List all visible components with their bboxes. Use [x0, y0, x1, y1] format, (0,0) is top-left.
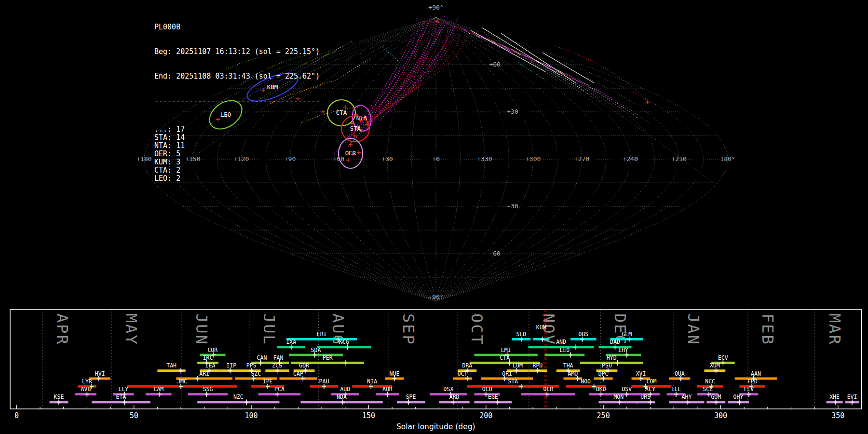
- meteor-trail: [381, 33, 459, 113]
- meteor-trail: [485, 40, 615, 108]
- shower-label-sld: SLD: [516, 331, 526, 338]
- shower-label-oct: OCT: [458, 370, 468, 377]
- shower-label-avb: AVB: [81, 386, 91, 393]
- shower-label-lmi: LMI: [501, 347, 511, 353]
- meteor-trail: [469, 33, 592, 97]
- longitude-label: +60: [333, 155, 344, 163]
- shower-label-lum: LUM: [513, 362, 523, 369]
- shower-label-dad: DAD: [610, 339, 620, 345]
- shower-label-aud: AUD: [340, 386, 350, 393]
- shower-label-sda: SDA: [311, 347, 321, 353]
- month-label-mar: MAR: [826, 313, 844, 346]
- longitude-label: +210: [672, 155, 687, 163]
- shower-label-eta: ETA: [116, 393, 126, 400]
- x-tick-label: 150: [362, 411, 375, 420]
- x-axis-title: Solar longitude (deg): [396, 422, 475, 431]
- meteor-trail: [333, 58, 371, 82]
- shower-label-per: PER: [323, 354, 333, 361]
- shower-peak-tah: [179, 368, 183, 373]
- shower-label-cap: CAP: [293, 370, 303, 377]
- shower-label-nda: NDA: [337, 393, 347, 400]
- radiant-mark: [343, 105, 347, 109]
- meteor-trail: [500, 47, 638, 118]
- shower-label-dkd: DKD: [596, 386, 606, 393]
- shower-label-ile: ILE: [671, 386, 681, 393]
- shower-bar-nzc: [197, 401, 279, 403]
- shower-label-eri: ERI: [317, 331, 327, 338]
- shower-bar-ori: [481, 378, 533, 380]
- latitude-label: -60: [489, 250, 500, 257]
- shower-bar-cap: [280, 378, 317, 380]
- shower-label-zcs: ZCS: [272, 362, 282, 369]
- month-label-apr: APR: [53, 313, 71, 346]
- shower-bar-spe: [397, 401, 425, 403]
- sky-map-plot: KUMLEOCTANTASTAOER+180+150+120+90+60+30+…: [0, 0, 868, 309]
- shower-label-ehy: EHY: [618, 347, 628, 353]
- meteor-trail: [380, 16, 445, 121]
- shower-label-obs: OBS: [578, 331, 588, 338]
- activity-timeline-plot: APRMAYJUNJULAUGSEPOCTNOVDECJANFEBMARERIS…: [0, 309, 868, 434]
- shower-count-other: ...: 17: [154, 125, 320, 134]
- shower-label-ori: ORI: [502, 370, 512, 377]
- shower-peak-per: [343, 360, 347, 366]
- meteor-streak: [501, 33, 576, 83]
- shower-label-ssg: SSG: [203, 386, 213, 393]
- shower-label-nue: NUE: [390, 370, 400, 377]
- shower-label-gdr: GDR: [299, 362, 309, 369]
- longitude-label: 180°: [720, 155, 735, 163]
- meteor-trail: [555, 46, 648, 102]
- shower-label-sta: STA: [508, 378, 518, 385]
- shower-count-cta: CTA: 2: [154, 166, 320, 175]
- meteor-trail: [461, 30, 580, 92]
- shower-label-kcg: KCG: [339, 339, 349, 345]
- shower-label-aly: ALY: [645, 386, 655, 393]
- longitude-label: +330: [477, 155, 492, 163]
- shower-label-ixa: IXA: [286, 339, 296, 345]
- meteor-trail: [477, 37, 603, 102]
- radiant-mark: [435, 19, 439, 23]
- meteor-trail: [388, 20, 451, 112]
- info-panel: PL000B Beg: 20251107 16:13:12 (sol = 225…: [154, 7, 320, 199]
- shower-label-rpu: RPU: [532, 362, 542, 369]
- shower-label-ncc: NCC: [705, 378, 715, 385]
- shower-label-pau: PAU: [319, 378, 329, 385]
- x-tick-label: 300: [714, 411, 727, 420]
- shower-label-ely: ELY: [118, 386, 128, 393]
- meteor-trail: [347, 21, 430, 139]
- month-label-may: MAY: [122, 313, 140, 346]
- month-label-feb: FEB: [759, 313, 777, 346]
- shower-label-ohy: OHY: [733, 393, 744, 400]
- shower-peak-sta: [519, 384, 523, 389]
- shower-label-tah: TAH: [166, 362, 176, 369]
- shower-peak-noo: [592, 384, 596, 389]
- shower-peak-nzc: [244, 399, 248, 405]
- x-tick-label: 200: [479, 411, 492, 420]
- shower-label-xvi: XVI: [636, 370, 646, 377]
- shower-label-ecv: ECV: [718, 354, 728, 361]
- meteor-trail: [381, 46, 400, 63]
- shower-label-ari: ARI: [199, 370, 209, 377]
- shower-bar-ege: [474, 401, 512, 403]
- shower-label-amo: AMO: [568, 370, 578, 377]
- radiant-mark: [646, 100, 650, 104]
- shower-label-ard: ARD: [449, 393, 460, 400]
- longitude-label: +180: [136, 155, 151, 163]
- shower-label-oer: OER: [543, 386, 553, 393]
- radiant-label-cta: CTA: [336, 109, 347, 116]
- shower-bar-pca: [258, 393, 301, 395]
- meridian-line: [436, 17, 655, 301]
- shower-label-fan: FAN: [273, 354, 284, 361]
- shower-counts: ...: 17STA: 14NTA: 11OER: 5KUM: 3CTA: 2L…: [154, 125, 320, 183]
- shower-label-noo: NOO: [581, 378, 591, 385]
- longitude-label: +30: [381, 155, 393, 163]
- begin-time: Beg: 20251107 16:13:12 (sol = 225.15°): [154, 48, 320, 56]
- longitude-label: +300: [526, 155, 541, 163]
- meteor-radiant-app: KUMLEOCTANTASTAOER+180+150+120+90+60+30+…: [0, 0, 868, 434]
- shower-label-kum: KUM: [536, 324, 546, 331]
- shower-bars: ERISLDKUMOBSGEMIXAKCGANDDADCORSDALMILEOE…: [50, 324, 859, 405]
- shower-label-com: COM: [647, 378, 657, 385]
- shower-label-dsx: DSX: [444, 386, 454, 393]
- shower-label-ahy: AHY: [682, 393, 692, 400]
- shower-label-dra: DRA: [462, 362, 472, 369]
- shower-bar-kcg: [317, 346, 371, 348]
